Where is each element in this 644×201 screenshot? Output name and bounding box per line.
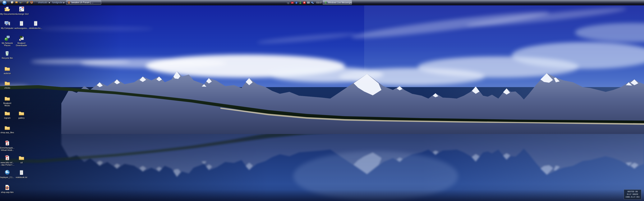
desktop-icon-label: ingram — [4, 117, 10, 119]
task-button-tweaker-forum[interactable]: tweaker.ch Forum | ... — [66, 0, 101, 4]
desktop-icon-label: My Computer — [1, 27, 14, 29]
desktop-icon-mkvmerge-gui[interactable]: mkvmerge GUI — [14, 6, 28, 15]
desktop-icon-shop-asp-htm[interactable]: shop.asp.htm — [0, 184, 14, 193]
desktop-icon-my-network-places[interactable]: My NetworkPlaces — [0, 35, 14, 46]
desktop-icon-wohnungsins[interactable]: wohnungsins... — [14, 20, 28, 29]
quicklaunch-internet-explorer[interactable]: e — [19, 1, 22, 4]
quicklaunch-brush[interactable] — [26, 1, 29, 4]
shield-icon[interactable] — [295, 1, 298, 4]
desktop-icon-label: shop.asp.htm — [1, 191, 14, 193]
desktop-icon-label: notebook.txt — [16, 176, 27, 179]
desktop-icon-label: BeatportMusic — [3, 102, 11, 107]
email-icon — [15, 1, 18, 4]
desktop-icon-my-computer[interactable]: My Computer — [0, 20, 14, 29]
taskbar: e shortcuts fundgrube — [0, 0, 644, 5]
windows-live-messenger-button[interactable]: Windows Live Messenger — [323, 0, 352, 4]
brush-icon — [26, 1, 29, 4]
beatport-downloader-icon: bp — [18, 35, 24, 41]
desktop-icon-beatport-music[interactable]: BeatportMusic — [0, 95, 14, 107]
desktop-icon-my-documents[interactable]: My Documents — [0, 6, 14, 15]
text-file-icon — [18, 20, 24, 26]
tray-clock[interactable]: 03:07 — [316, 1, 322, 4]
desktop-screen: e shortcuts fundgrube — [0, 0, 644, 201]
internet-explorer-icon: e — [19, 1, 22, 4]
avira-antivirus-icon[interactable] — [303, 1, 306, 4]
watermark-line: (WWW.ELLF.RU) — [625, 196, 640, 199]
recycle-bin-icon — [4, 50, 10, 56]
svg-text:bp: bp — [20, 36, 22, 38]
desktop-icon-label: mkvmerge GUI — [14, 13, 28, 15]
desktop-icon-www-blitz-inf-pdf[interactable]: PDFwww.blitz-inf...- das Portal f-... — [0, 155, 14, 166]
wallpaper-image — [0, 0, 644, 201]
desktop-icon-autorun[interactable]: autorun — [0, 65, 14, 74]
desktop-icon-ingram[interactable]: ingram — [0, 110, 14, 119]
desktop-icon-cd[interactable]: cd — [14, 155, 28, 164]
quicklaunch-firefox[interactable] — [30, 1, 33, 4]
desktop-icon-label: cd — [20, 161, 22, 164]
desktop-icon-gallery[interactable]: gallery — [14, 110, 28, 119]
desktop-icon-label: My NetworkPlaces — [2, 42, 13, 46]
open-folder-documents-icon — [4, 6, 10, 12]
folder-icon — [4, 95, 10, 101]
desktop-icon-shop-asp-files[interactable]: shop.asp_files — [0, 125, 14, 134]
folder-icon — [4, 125, 10, 131]
toolbar-shortcuts[interactable]: shortcuts — [38, 0, 47, 5]
desktop-icon-label: BeatportDownloader — [16, 42, 27, 46]
firefox-icon — [30, 1, 33, 4]
pdf-file-icon: PDF — [4, 155, 10, 161]
folder-icon — [4, 110, 10, 116]
desktop-icon-label: bsplayer_2.1... — [0, 176, 14, 179]
desktop-icon-bsplayer-setup[interactable]: BSbsplayer_2.1... — [0, 169, 14, 179]
show-desktop-icon — [11, 1, 14, 4]
folder-icon — [18, 110, 24, 116]
quicklaunch-show-desktop[interactable] — [10, 1, 14, 4]
svg-text:PDF: PDF — [6, 141, 8, 142]
svg-text:BS: BS — [7, 172, 9, 173]
svg-text:e: e — [20, 1, 21, 4]
desktop-icon-label: Recycle Bin — [2, 57, 13, 59]
watermark-line: ELLF HOUSE — [625, 193, 640, 196]
desktop-icon-beatport-downloader[interactable]: bpBeatportDownloader — [14, 35, 28, 46]
folder-icon — [4, 65, 10, 72]
mkvmerge-app-icon — [18, 6, 24, 12]
svg-text:PDF: PDF — [6, 156, 8, 157]
desktop-icon-einrichtungsb-pdf[interactable]: PDFEinrichtungsb...Virtual Hosti... — [0, 140, 14, 151]
windows-start-orb-icon — [3, 1, 6, 4]
desktop-icon-label: elektrotechn... — [29, 27, 42, 29]
chevron-right-icon[interactable] — [64, 2, 64, 3]
desktop-icon-recycle-bin[interactable]: Recycle Bin — [0, 50, 14, 59]
desktop-icon-label: chicks — [4, 87, 10, 89]
text-file-icon — [32, 20, 39, 26]
start-button[interactable] — [2, 0, 7, 5]
quicklaunch-email[interactable] — [15, 1, 18, 4]
desktop-icon-label: www.blitz-inf...- das Portal f-... — [0, 161, 14, 166]
hosting-watermark: HOSTED ON ELLF HOUSE (WWW.ELLF.RU) — [624, 190, 641, 200]
my-computer-icon — [4, 20, 10, 26]
folder-icon — [4, 80, 10, 86]
desktop-icon-elektrotechn[interactable]: elektrotechn... — [29, 20, 42, 29]
firefox-icon — [68, 1, 70, 4]
taskbar-separator — [24, 1, 24, 4]
folder-icon — [18, 155, 24, 161]
messenger-button-label: Windows Live Messenger — [328, 1, 352, 4]
bsplayer-app-icon: BS — [4, 169, 10, 176]
firefox-html-document-icon — [4, 184, 10, 191]
messenger-status-icon[interactable] — [299, 1, 302, 4]
svg-text:ATI: ATI — [291, 2, 293, 3]
text-file-icon — [18, 169, 24, 176]
pdf-file-icon: PDF — [4, 140, 10, 146]
desktop-icon-label: Einrichtungsb...Virtual Hosti... — [0, 147, 14, 151]
desktop-icon-label: My Documents — [0, 13, 14, 15]
desktop-icon-label: wohnungsins... — [14, 27, 28, 29]
chevron-right-icon[interactable] — [49, 2, 50, 3]
task-button-label: tweaker.ch Forum | ... — [71, 1, 93, 4]
network-status-icon[interactable] — [311, 1, 314, 4]
display-settings-icon[interactable] — [307, 1, 310, 4]
ati-icon[interactable]: ATI — [291, 1, 294, 4]
desktop-icon-notebook-txt[interactable]: notebook.txt — [14, 169, 28, 179]
desktop-icon-chicks[interactable]: chicks — [0, 80, 14, 89]
windows-live-messenger-icon — [324, 1, 327, 4]
toolbar-fundgrube[interactable]: fundgrube — [52, 0, 63, 5]
desktop-icon-label: shop.asp_files — [0, 131, 14, 134]
tray-collapse-arrow-icon[interactable] — [287, 1, 290, 4]
